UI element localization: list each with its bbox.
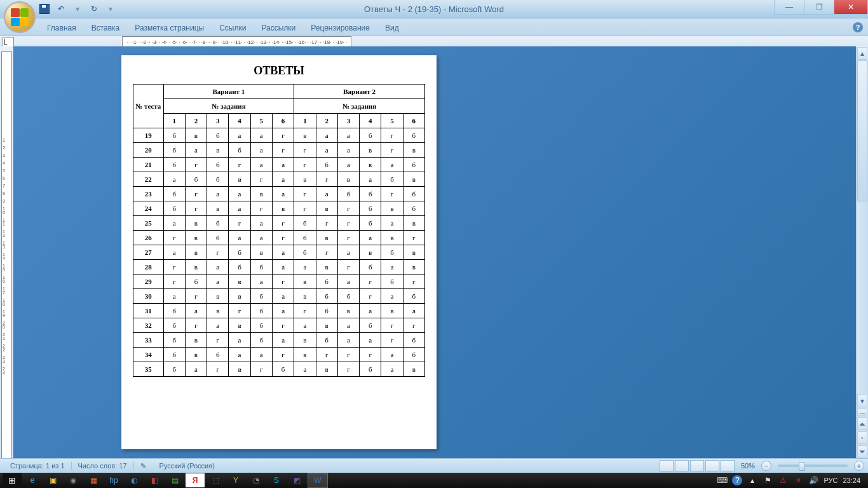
tbl-cell: в xyxy=(316,260,337,274)
tbl-cell: в xyxy=(360,143,381,158)
tb-explorer-icon[interactable]: ▣ xyxy=(43,473,62,487)
tray-time[interactable]: 23:24 xyxy=(843,477,860,484)
scroll-up-icon[interactable]: ▴ xyxy=(857,47,867,60)
tray-volume-icon[interactable]: 🔊 xyxy=(808,475,818,485)
tbl-cell: в xyxy=(337,172,359,187)
tab-view[interactable]: Вид xyxy=(377,20,407,36)
office-button[interactable] xyxy=(4,1,36,33)
tb-app6-icon[interactable]: ⬚ xyxy=(206,473,225,487)
save-icon[interactable] xyxy=(38,3,51,15)
tbl-cell: б xyxy=(403,201,424,216)
tab-pagelayout[interactable]: Разметка страницы xyxy=(127,20,212,36)
tab-mailings[interactable]: Рассылки xyxy=(254,20,303,36)
tb-skype-icon[interactable]: S xyxy=(267,473,286,487)
tab-references[interactable]: Ссылки xyxy=(212,20,254,36)
table-row: 21бгбгаагбаваб xyxy=(133,158,425,172)
tbl-rownum: 35 xyxy=(133,362,164,377)
tray-network-icon[interactable]: ⚠ xyxy=(778,475,788,485)
tab-insert[interactable]: Вставка xyxy=(84,20,128,36)
zoom-in-icon[interactable]: + xyxy=(854,461,864,471)
tbl-cell: а xyxy=(185,143,207,158)
zoom-slider-thumb[interactable] xyxy=(799,462,805,471)
tray-flag-icon[interactable]: ⚑ xyxy=(763,475,773,485)
tbl-cell: б xyxy=(403,289,424,304)
maximize-button[interactable]: ❐ xyxy=(804,0,834,15)
scroll-track[interactable] xyxy=(857,60,868,394)
minimize-button[interactable]: — xyxy=(774,0,804,15)
vertical-ruler[interactable]: 1 2 3 4 5 6 7 8 9 10 11 12 13 14 15 16 1… xyxy=(1,51,12,459)
tbl-cell: г xyxy=(272,318,294,333)
tbl-variant1: Вариант 1 xyxy=(163,85,294,99)
tab-home[interactable]: Главная xyxy=(39,20,84,36)
select-browse-icon[interactable]: ◦ xyxy=(857,431,867,444)
tbl-rownum: 27 xyxy=(133,245,164,260)
tbl-cell: в xyxy=(360,158,381,172)
view-web[interactable] xyxy=(690,460,704,471)
tbl-rownum: 32 xyxy=(133,318,164,333)
tb-yandex-icon[interactable]: Я xyxy=(186,473,205,487)
tbl-cell: в xyxy=(360,245,381,260)
tbl-cell: а xyxy=(250,231,272,245)
view-fullscreen[interactable] xyxy=(675,460,689,471)
tb-ie-icon[interactable]: e xyxy=(23,473,42,487)
tbl-colnum: 5 xyxy=(250,114,272,128)
tbl-cell: а xyxy=(272,260,294,274)
tray-lang[interactable]: РУС xyxy=(824,477,837,484)
next-page-icon[interactable]: ⏷ xyxy=(857,445,867,458)
tb-app4-icon[interactable]: ◧ xyxy=(145,473,164,487)
tb-app2-icon[interactable]: ▦ xyxy=(84,473,103,487)
prev-page-icon[interactable]: ⏶ xyxy=(857,417,867,430)
tb-app9-icon[interactable]: ◩ xyxy=(287,473,306,487)
qat-more-icon[interactable]: ▾ xyxy=(104,3,117,15)
start-button[interactable]: ⊞ xyxy=(3,473,22,487)
tbl-cell: г xyxy=(337,231,359,245)
tray-chevron-icon[interactable]: ▴ xyxy=(747,475,757,485)
tbl-cell: а xyxy=(207,318,229,333)
zoom-slider[interactable] xyxy=(778,464,848,467)
zoom-out-icon[interactable]: − xyxy=(761,461,771,471)
scroll-down-icon[interactable]: ▾ xyxy=(857,395,867,407)
tbl-cell: б xyxy=(360,260,381,274)
tb-app1-icon[interactable]: ◉ xyxy=(64,473,83,487)
tab-stop-selector[interactable]: L xyxy=(3,37,14,47)
tb-app3-icon[interactable]: ◐ xyxy=(125,473,144,487)
tb-hp-icon[interactable]: hp xyxy=(104,473,123,487)
tab-review[interactable]: Рецензирование xyxy=(303,20,377,36)
zoom-value[interactable]: 50% xyxy=(741,462,755,470)
status-lang[interactable]: Русский (Россия) xyxy=(153,462,221,470)
tbl-cell: в xyxy=(294,348,316,362)
tbl-cell: в xyxy=(381,304,403,318)
tbl-corner: № теста xyxy=(133,85,164,128)
vertical-scrollbar[interactable]: ▴ ▾ — ⏶ ◦ ⏷ xyxy=(856,46,868,459)
tbl-cell: г xyxy=(360,348,381,362)
undo-icon[interactable]: ↶ xyxy=(55,3,67,15)
help-icon[interactable]: ? xyxy=(853,22,863,32)
tray-help-icon[interactable]: ? xyxy=(732,475,742,485)
tbl-cell: б xyxy=(294,231,316,245)
tb-word-icon[interactable]: W xyxy=(308,473,328,488)
vertical-ruler-gutter: 1 2 3 4 5 6 7 8 9 10 11 12 13 14 15 16 1… xyxy=(0,46,13,459)
tbl-cell: б xyxy=(250,304,272,318)
page-viewport[interactable]: ОТВЕТЫ № тестаВариант 1Вариант 2№ задани… xyxy=(13,46,856,459)
tbl-cell: г xyxy=(381,318,403,333)
view-outline[interactable] xyxy=(705,460,719,471)
spellcheck-icon[interactable]: ✎ xyxy=(138,461,149,471)
redo-icon[interactable]: ↻ xyxy=(88,3,100,15)
tbl-cell: г xyxy=(316,216,337,231)
table-row: 26гвбаагбвгавг xyxy=(133,231,425,245)
tbl-cell: в xyxy=(381,201,403,216)
tray-battery-icon[interactable]: × xyxy=(793,475,803,485)
tray-keyboard-icon[interactable]: ⌨ xyxy=(717,475,727,485)
tb-app8-icon[interactable]: ◔ xyxy=(247,473,266,487)
view-print-layout[interactable] xyxy=(660,460,674,471)
tbl-cell: а xyxy=(185,362,207,377)
tb-app7-icon[interactable]: Y xyxy=(226,473,245,487)
view-draft[interactable] xyxy=(721,460,735,471)
close-button[interactable]: ✕ xyxy=(834,0,868,15)
tb-app5-icon[interactable]: ▤ xyxy=(165,473,184,487)
tbl-cell: а xyxy=(272,304,294,318)
status-page[interactable]: Страница: 1 из 1 xyxy=(4,462,72,470)
status-words[interactable]: Число слов: 17 xyxy=(72,462,134,470)
system-tray: ⌨ ? ▴ ⚑ ⚠ × 🔊 РУС 23:24 xyxy=(717,475,865,485)
scroll-thumb[interactable] xyxy=(857,60,867,201)
